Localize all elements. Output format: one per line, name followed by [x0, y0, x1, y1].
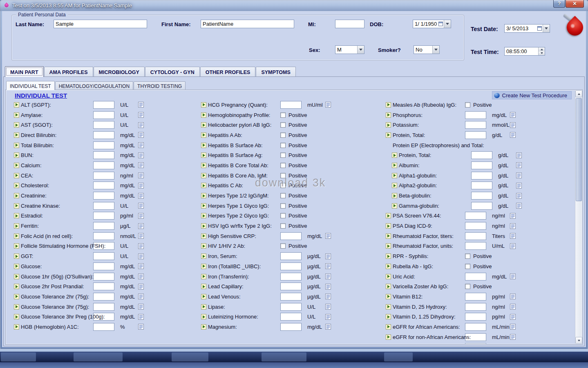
- reference-range-icon[interactable]: [138, 132, 144, 138]
- row-arrow-icon[interactable]: [201, 163, 206, 168]
- row-arrow-icon[interactable]: [201, 102, 206, 108]
- row-arrow-icon[interactable]: [386, 102, 391, 108]
- reference-range-icon[interactable]: [138, 263, 144, 269]
- row-arrow-icon[interactable]: [14, 122, 19, 128]
- row-arrow-icon[interactable]: [14, 223, 19, 229]
- subtab-individual-test[interactable]: INDIVIDUAL TEST: [6, 81, 55, 90]
- positive-checkbox[interactable]: [280, 173, 286, 178]
- positive-checkbox[interactable]: [465, 264, 470, 269]
- test-value-input[interactable]: [465, 222, 486, 230]
- test-date-picker[interactable]: 3/ 5/2013: [504, 24, 550, 33]
- row-arrow-icon[interactable]: [392, 193, 397, 198]
- positive-checkbox[interactable]: [280, 183, 286, 188]
- test-value-input[interactable]: [280, 323, 302, 331]
- test-value-input[interactable]: [93, 232, 114, 240]
- row-arrow-icon[interactable]: [14, 284, 19, 289]
- test-value-input[interactable]: [280, 263, 302, 270]
- tab-microbiology[interactable]: MICROBIOLOGY: [94, 67, 145, 76]
- test-value-input[interactable]: [93, 182, 114, 189]
- row-arrow-icon[interactable]: [14, 304, 19, 310]
- vertical-scrollbar[interactable]: [575, 90, 582, 344]
- test-value-input[interactable]: [93, 101, 114, 109]
- dob-datepicker[interactable]: 1/ 1/1950: [413, 20, 451, 28]
- dob-dropdown-button[interactable]: [444, 20, 451, 28]
- row-arrow-icon[interactable]: [201, 213, 206, 218]
- row-arrow-icon[interactable]: [201, 193, 206, 198]
- reference-range-icon[interactable]: [510, 273, 516, 280]
- tab-main-part[interactable]: MAIN PART: [5, 66, 44, 77]
- reference-range-icon[interactable]: [325, 323, 331, 330]
- scroll-up-button[interactable]: [575, 90, 582, 97]
- test-value-input[interactable]: [465, 131, 486, 139]
- test-value-input[interactable]: [93, 111, 114, 119]
- row-arrow-icon[interactable]: [386, 334, 391, 340]
- row-arrow-icon[interactable]: [201, 223, 206, 229]
- reference-range-icon[interactable]: [138, 233, 144, 239]
- reference-range-icon[interactable]: [510, 314, 516, 320]
- row-arrow-icon[interactable]: [201, 153, 206, 158]
- reference-range-icon[interactable]: [138, 323, 144, 330]
- test-value-input[interactable]: [465, 313, 486, 321]
- row-arrow-icon[interactable]: [386, 132, 391, 138]
- test-value-input[interactable]: [93, 212, 114, 220]
- reference-range-icon[interactable]: [325, 303, 331, 310]
- positive-checkbox[interactable]: [465, 254, 470, 259]
- scroll-thumb[interactable]: [576, 98, 582, 201]
- reference-range-icon[interactable]: [325, 263, 331, 269]
- row-arrow-icon[interactable]: [392, 153, 397, 158]
- row-arrow-icon[interactable]: [14, 163, 19, 168]
- test-value-input[interactable]: [465, 232, 486, 240]
- row-arrow-icon[interactable]: [201, 243, 206, 249]
- test-value-input[interactable]: [465, 111, 486, 119]
- reference-range-icon[interactable]: [138, 243, 144, 249]
- row-arrow-icon[interactable]: [386, 314, 391, 319]
- test-value-input[interactable]: [93, 323, 114, 331]
- positive-checkbox[interactable]: [280, 193, 286, 198]
- test-value-input[interactable]: [465, 273, 486, 280]
- row-arrow-icon[interactable]: [14, 153, 19, 158]
- reference-range-icon[interactable]: [325, 233, 331, 239]
- reference-range-icon[interactable]: [138, 293, 144, 300]
- test-value-input[interactable]: [280, 313, 302, 321]
- test-value-input[interactable]: [471, 202, 492, 210]
- row-arrow-icon[interactable]: [201, 304, 206, 310]
- sex-dropdown-button[interactable]: [357, 46, 364, 54]
- row-arrow-icon[interactable]: [14, 264, 19, 269]
- reference-range-icon[interactable]: [325, 273, 331, 280]
- test-value-input[interactable]: [280, 303, 302, 311]
- test-value-input[interactable]: [93, 303, 114, 311]
- row-arrow-icon[interactable]: [386, 233, 391, 239]
- row-arrow-icon[interactable]: [14, 294, 19, 299]
- test-value-input[interactable]: [93, 131, 114, 139]
- row-arrow-icon[interactable]: [201, 112, 206, 118]
- reference-range-icon[interactable]: [510, 233, 516, 239]
- test-value-input[interactable]: [465, 212, 486, 220]
- row-arrow-icon[interactable]: [14, 112, 19, 118]
- test-time-spinner[interactable]: 08:55:00: [504, 47, 545, 56]
- test-value-input[interactable]: [471, 172, 492, 180]
- positive-checkbox[interactable]: [280, 143, 286, 148]
- test-value-input[interactable]: [465, 242, 486, 250]
- test-value-input[interactable]: [93, 283, 114, 290]
- positive-checkbox[interactable]: [280, 213, 286, 218]
- test-value-input[interactable]: [93, 172, 114, 180]
- test-value-input[interactable]: [280, 252, 302, 260]
- reference-range-icon[interactable]: [138, 162, 144, 168]
- positive-checkbox[interactable]: [280, 163, 286, 168]
- panel-heading-link[interactable]: INDIVIDUAL TEST: [15, 92, 67, 99]
- title-bar[interactable]: Test on 3/5/2013 8:55 AM for PatientName…: [0, 0, 588, 11]
- reference-range-icon[interactable]: [516, 162, 522, 168]
- test-value-input[interactable]: [93, 121, 114, 129]
- scroll-down-button[interactable]: [575, 337, 582, 344]
- reference-range-icon[interactable]: [138, 112, 144, 118]
- row-arrow-icon[interactable]: [201, 264, 206, 269]
- smoker-dropdown[interactable]: No: [414, 45, 440, 54]
- row-arrow-icon[interactable]: [201, 132, 206, 138]
- row-arrow-icon[interactable]: [14, 254, 19, 259]
- row-arrow-icon[interactable]: [386, 304, 391, 310]
- positive-checkbox[interactable]: [280, 122, 286, 128]
- reference-range-icon[interactable]: [138, 314, 144, 320]
- mi-field[interactable]: [335, 20, 364, 28]
- test-value-input[interactable]: [93, 202, 114, 210]
- reference-range-icon[interactable]: [510, 334, 516, 340]
